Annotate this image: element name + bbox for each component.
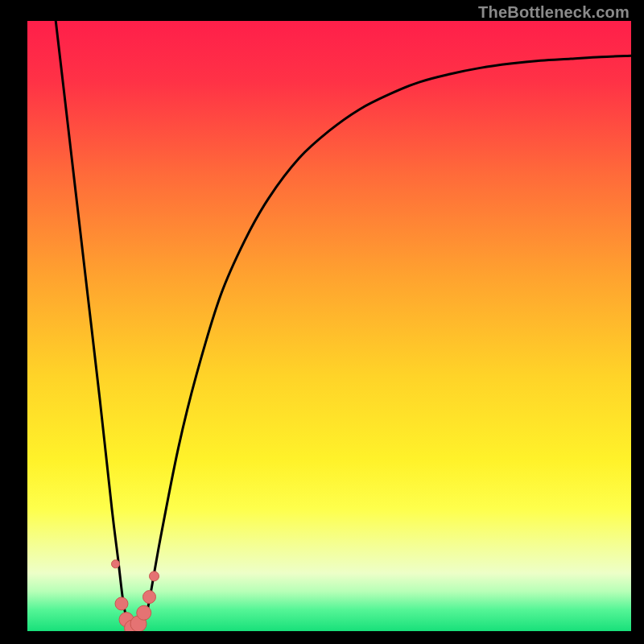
plot-area [27,21,631,631]
watermark-text: TheBottleneck.com [478,3,630,22]
marker-dot [143,591,156,604]
marker-dot [112,560,120,568]
marker-dot [137,605,151,620]
curve-layer [27,21,631,631]
bottleneck-curve [56,21,631,628]
marker-dot [115,597,128,610]
chart-frame: TheBottleneck.com [0,0,644,644]
marker-dot [150,572,159,581]
